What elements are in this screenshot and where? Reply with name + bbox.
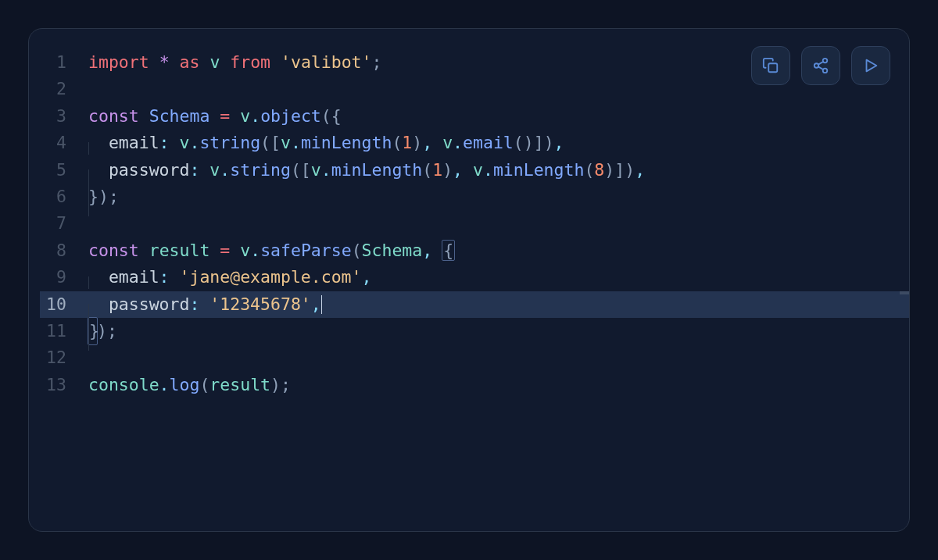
line-number: 10 — [40, 291, 88, 318]
code-line-13[interactable]: 13console.log(result); — [40, 372, 909, 398]
code-line-3[interactable]: 3const Schema = v.object({ — [40, 103, 909, 130]
code-content: email: 'jane@example.com', — [88, 264, 371, 291]
code-line-9[interactable]: 9email: 'jane@example.com', — [40, 264, 909, 291]
line-number: 2 — [40, 76, 88, 102]
line-number: 3 — [40, 103, 88, 130]
line-number: 12 — [40, 344, 88, 371]
code-content: const Schema = v.object({ — [88, 103, 342, 130]
code-line-2[interactable]: 2 — [40, 76, 909, 102]
code-content: console.log(result); — [88, 372, 291, 398]
code-editor[interactable]: 1import * as v from 'valibot';23const Sc… — [28, 28, 910, 532]
code-line-11[interactable]: 11}); — [40, 318, 909, 344]
line-number: 6 — [40, 184, 88, 210]
line-number: 11 — [40, 318, 88, 344]
text-cursor — [321, 295, 322, 314]
scrollbar-marker — [900, 291, 909, 294]
code-line-10[interactable]: 10password: '12345678', — [40, 291, 909, 318]
code-line-5[interactable]: 5password: v.string([v.minLength(1), v.m… — [40, 157, 909, 184]
code-content: }); — [88, 184, 119, 210]
code-content: const result = v.safeParse(Schema, { — [88, 237, 454, 264]
code-area[interactable]: 1import * as v from 'valibot';23const Sc… — [40, 49, 909, 398]
code-line-4[interactable]: 4email: v.string([v.minLength(1), v.emai… — [40, 130, 909, 156]
line-number: 8 — [40, 237, 88, 264]
code-content: import * as v from 'valibot'; — [88, 49, 381, 76]
line-number: 1 — [40, 49, 88, 76]
code-content: password: v.string([v.minLength(1), v.mi… — [88, 157, 645, 184]
code-content: }); — [88, 317, 117, 345]
code-content: email: v.string([v.minLength(1), v.email… — [88, 130, 564, 156]
line-number: 9 — [40, 264, 88, 291]
line-number: 5 — [40, 157, 88, 184]
code-line-12[interactable]: 12 — [40, 344, 909, 371]
line-number: 7 — [40, 210, 88, 237]
line-number: 4 — [40, 130, 88, 156]
code-line-8[interactable]: 8const result = v.safeParse(Schema, { — [40, 237, 909, 264]
code-line-1[interactable]: 1import * as v from 'valibot'; — [40, 49, 909, 76]
code-line-7[interactable]: 7 — [40, 210, 909, 237]
code-line-6[interactable]: 6}); — [40, 184, 909, 210]
code-content: password: '12345678', — [88, 291, 322, 318]
line-number: 13 — [40, 372, 88, 398]
